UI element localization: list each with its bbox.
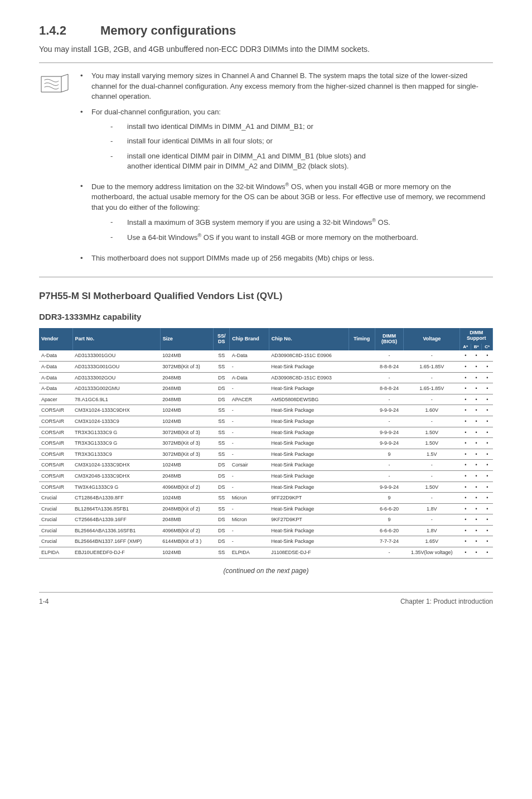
cell-chipno: Heat-Sink Package	[269, 427, 349, 438]
cell-a: •	[460, 405, 471, 416]
cell-a: •	[460, 547, 471, 559]
cell-c: •	[482, 394, 493, 405]
cell-brand: -	[230, 427, 269, 438]
cell-part: CM3X1024-1333C9	[72, 416, 160, 427]
cell-chipno: Heat-Sink Package	[269, 482, 349, 493]
cell-timing	[349, 350, 375, 361]
cell-ssds: DS	[214, 460, 230, 471]
note-sub-2-1: install two identical DIMMs in DIMM_A1 a…	[127, 122, 313, 132]
cell-chipno: Heat-Sink Package	[269, 525, 349, 536]
col-part: Part No.	[72, 328, 160, 351]
cell-a: •	[460, 372, 471, 383]
cell-c: •	[482, 416, 493, 427]
cell-dimm: 8-8-8-24	[375, 361, 404, 372]
cell-vendor: A-Data	[39, 361, 72, 372]
cell-size: 2048MB	[160, 372, 214, 383]
table-row: CrucialCT25664BA1339.16FF2048MBDSMicron9…	[39, 514, 493, 526]
cell-part: BL25664ABA1336.16SFB1	[72, 525, 160, 536]
cell-voltage: -	[404, 493, 460, 504]
cell-voltage: 1.60V	[404, 405, 460, 416]
cell-chipno: Heat-Sink Package	[269, 460, 349, 471]
cell-size: 1024MB	[160, 416, 214, 427]
cell-dimm: -	[375, 547, 404, 559]
cell-ssds: DS	[214, 536, 230, 547]
cell-dimm: -	[375, 416, 404, 427]
cell-vendor: Crucial	[39, 493, 72, 504]
cell-brand: -	[230, 470, 269, 482]
cell-voltage: -	[404, 394, 460, 405]
cell-voltage: -	[404, 470, 460, 482]
col-size: Size	[160, 328, 214, 351]
cell-vendor: CORSAIR	[39, 449, 72, 460]
cell-part: TR3X3G1333C9	[72, 449, 160, 460]
cell-b: •	[471, 503, 481, 514]
cell-a: •	[460, 482, 471, 493]
table-row: CrucialBL12864TA1336.8SFB12048MB(Kit of …	[39, 503, 493, 514]
cell-chipno: Heat-Sink Package	[269, 416, 349, 427]
cell-ssds: SS	[214, 350, 230, 361]
cell-c: •	[482, 361, 493, 372]
cell-chipno: Heat-Sink Package	[269, 503, 349, 514]
cell-dimm: 7-7-7-24	[375, 536, 404, 547]
note-body: You may install varying memory sizes in …	[80, 71, 493, 269]
page-number: 1-4	[39, 597, 49, 607]
cell-ssds: DS	[214, 394, 230, 405]
cell-a: •	[460, 493, 471, 504]
cell-timing	[349, 503, 375, 514]
cell-brand: -	[230, 503, 269, 514]
cell-vendor: Crucial	[39, 514, 72, 526]
cell-timing	[349, 482, 375, 493]
cell-ssds: DS	[214, 525, 230, 536]
cell-b: •	[471, 460, 481, 471]
cell-size: 1024MB	[160, 405, 214, 416]
cell-ssds: DS	[214, 482, 230, 493]
cell-voltage: 1.50V	[404, 438, 460, 449]
cell-part: BL25664BN1337.16FF (XMP)	[72, 536, 160, 547]
cell-brand: -	[230, 405, 269, 416]
cell-a: •	[460, 470, 471, 482]
cell-b: •	[471, 350, 481, 361]
table-row: A-DataAD31333G002GMU2048MBDS-Heat-Sink P…	[39, 383, 493, 394]
cell-b: •	[471, 405, 481, 416]
cell-timing	[349, 361, 375, 372]
cell-chipno: Heat-Sink Package	[269, 361, 349, 372]
cell-ssds: DS	[214, 372, 230, 383]
cell-voltage: 1.65-1.85V	[404, 361, 460, 372]
cell-size: 2048MB	[160, 470, 214, 482]
cell-ssds: SS	[214, 449, 230, 460]
cell-ssds: SS	[214, 438, 230, 449]
cell-b: •	[471, 470, 481, 482]
cell-c: •	[482, 470, 493, 482]
cell-brand: -	[230, 525, 269, 536]
cell-a: •	[460, 416, 471, 427]
cell-ssds: SS	[214, 503, 230, 514]
section-number: 1.4.2	[39, 22, 100, 40]
cell-dimm: -	[375, 372, 404, 383]
cell-dimm: -	[375, 350, 404, 361]
cell-part: AD31333002GOU	[72, 372, 160, 383]
cell-vendor: A-Data	[39, 372, 72, 383]
cell-brand: -	[230, 383, 269, 394]
cell-chipno: J1108EDSE-DJ-F	[269, 547, 349, 559]
qvl-title: P7H55-M SI Motherboard Qualified Vendors…	[39, 290, 493, 303]
cell-chipno: AD30908C8D-151C E0906	[269, 350, 349, 361]
cell-ssds: DS	[214, 514, 230, 526]
col-a: A*	[460, 344, 471, 351]
cell-b: •	[471, 438, 481, 449]
cell-size: 3072MB(Kit of 3)	[160, 438, 214, 449]
cell-dimm: 9-9-9-24	[375, 482, 404, 493]
col-timing: Timing	[349, 328, 375, 351]
cell-chipno: AD30908C8D-151C E0903	[269, 372, 349, 383]
cell-a: •	[460, 536, 471, 547]
cell-voltage: 1.65-1.85V	[404, 383, 460, 394]
cell-brand: -	[230, 536, 269, 547]
cell-brand: A-Data	[230, 372, 269, 383]
cell-c: •	[482, 449, 493, 460]
reg-mark: ®	[372, 218, 376, 223]
cell-size: 3072MB(Kit of 3)	[160, 427, 214, 438]
note-item-4: This motherboard does not support DIMMs …	[91, 253, 374, 263]
table-row: CORSAIRCM3X1024-1333C9DHX1024MBSS-Heat-S…	[39, 405, 493, 416]
col-voltage: Voltage	[404, 328, 460, 351]
col-chipno: Chip No.	[269, 328, 349, 351]
cell-voltage: -	[404, 514, 460, 526]
